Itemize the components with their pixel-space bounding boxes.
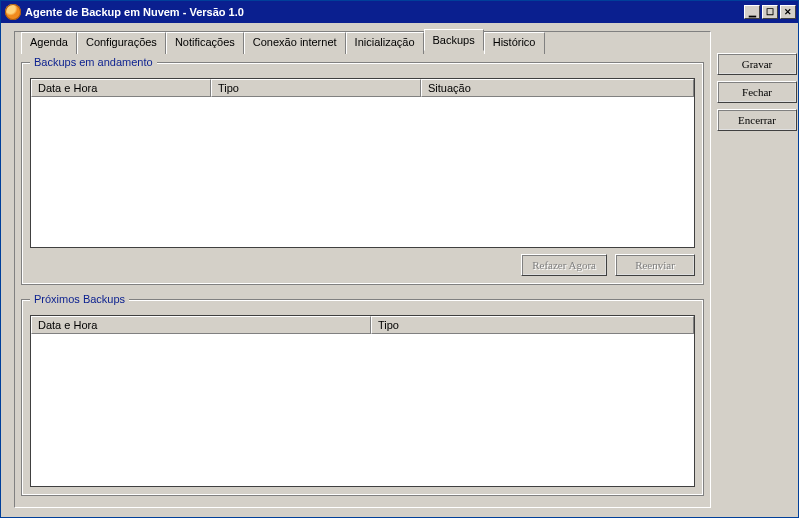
group-legend: Backups em andamento <box>30 56 157 68</box>
app-icon <box>5 4 21 20</box>
tab-label: Configurações <box>86 36 157 48</box>
titlebar: Agente de Backup em Nuvem - Versão 1.0 ▁… <box>1 1 798 23</box>
col-tipo[interactable]: Tipo <box>371 316 694 334</box>
fechar-button[interactable]: Fechar <box>717 81 797 103</box>
group-legend: Próximos Backups <box>30 293 129 305</box>
encerrar-button[interactable]: Encerrar <box>717 109 797 131</box>
listview-proximos[interactable]: Data e Hora Tipo <box>30 315 695 487</box>
tab-conexao-internet[interactable]: Conexão internet <box>244 32 346 54</box>
tab-content: Backups em andamento Data e Hora Tipo Si… <box>21 56 704 499</box>
close-icon: ✕ <box>784 8 792 17</box>
tab-label: Notificações <box>175 36 235 48</box>
listview-header: Data e Hora Tipo Situação <box>31 79 694 97</box>
app-window: Agente de Backup em Nuvem - Versão 1.0 ▁… <box>0 0 799 518</box>
listview-header: Data e Hora Tipo <box>31 316 694 334</box>
col-tipo[interactable]: Tipo <box>211 79 421 97</box>
tab-agenda[interactable]: Agenda <box>21 32 77 54</box>
sidebar-buttons: Gravar Fechar Encerrar <box>717 31 789 508</box>
minimize-icon: ▁ <box>749 8 756 17</box>
tab-historico[interactable]: Histórico <box>484 32 545 54</box>
col-data-hora[interactable]: Data e Hora <box>31 79 211 97</box>
group-backups-em-andamento: Backups em andamento Data e Hora Tipo Si… <box>21 56 704 285</box>
listview-body <box>31 97 694 247</box>
maximize-button[interactable]: ☐ <box>762 5 778 19</box>
tab-inicializacao[interactable]: Inicialização <box>346 32 424 54</box>
col-data-hora[interactable]: Data e Hora <box>31 316 371 334</box>
tab-label: Conexão internet <box>253 36 337 48</box>
minimize-button[interactable]: ▁ <box>744 5 760 19</box>
tab-label: Inicialização <box>355 36 415 48</box>
window-controls: ▁ ☐ ✕ <box>744 5 796 19</box>
tab-configuracoes[interactable]: Configurações <box>77 32 166 54</box>
listview-body <box>31 334 694 486</box>
tab-strip: Agenda Configurações Notificações Conexã… <box>21 31 545 53</box>
tab-backups[interactable]: Backups <box>424 29 484 51</box>
group1-buttons: Refazer Agora Reenviar <box>30 254 695 276</box>
window-title: Agente de Backup em Nuvem - Versão 1.0 <box>25 6 740 18</box>
reenviar-button[interactable]: Reenviar <box>615 254 695 276</box>
refazer-agora-button[interactable]: Refazer Agora <box>521 254 607 276</box>
tab-notificacoes[interactable]: Notificações <box>166 32 244 54</box>
col-situacao[interactable]: Situação <box>421 79 694 97</box>
maximize-icon: ☐ <box>766 8 774 17</box>
group-proximos-backups: Próximos Backups Data e Hora Tipo <box>21 293 704 496</box>
tab-label: Backups <box>433 34 475 46</box>
tab-panel: Agenda Configurações Notificações Conexã… <box>14 31 711 508</box>
close-button[interactable]: ✕ <box>780 5 796 19</box>
tab-label: Histórico <box>493 36 536 48</box>
listview-andamento[interactable]: Data e Hora Tipo Situação <box>30 78 695 248</box>
client-area: Agenda Configurações Notificações Conexã… <box>2 23 797 516</box>
tab-label: Agenda <box>30 36 68 48</box>
gravar-button[interactable]: Gravar <box>717 53 797 75</box>
